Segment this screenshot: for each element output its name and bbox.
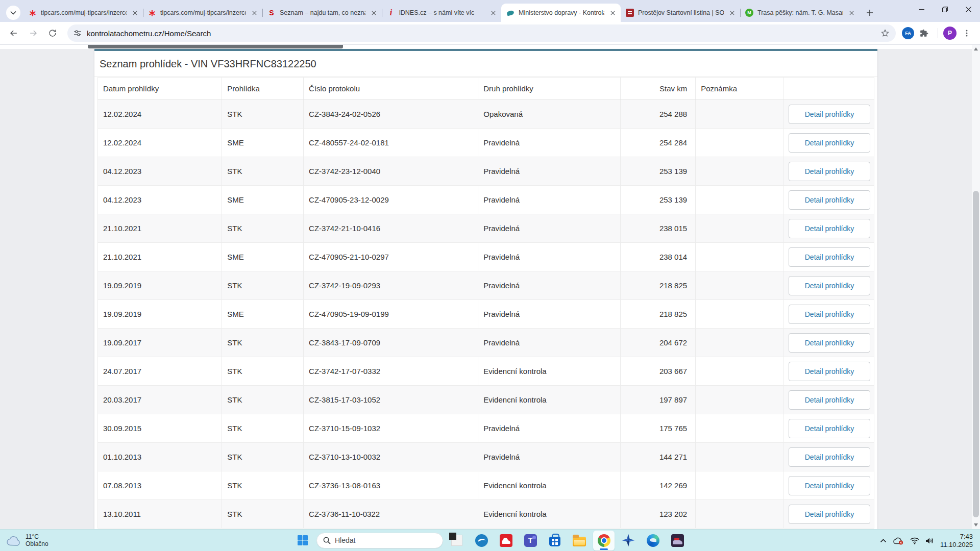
wifi-icon[interactable] [910,537,919,544]
detail-button[interactable]: Detail prohlídky [789,133,870,153]
cell-inspection-kind: Pravidelná [478,214,620,243]
cell-inspection-kind: Pravidelná [478,329,620,357]
microsoft-store-icon[interactable] [544,531,566,550]
table-row: 24.07.2017 STK CZ-3742-17-07-0332 Eviden… [98,357,874,386]
detail-button[interactable]: Detail prohlídky [789,219,870,238]
taskbar-search[interactable]: Hledat [316,533,443,548]
back-button[interactable] [5,24,22,42]
close-button[interactable] [957,0,980,18]
tab-title: tipcars.com/muj-tipcars/inzerce [160,9,246,16]
reload-button[interactable] [44,24,61,42]
table-row: 19.09.2019 STK CZ-3742-19-09-0293 Pravid… [98,271,874,300]
detail-button[interactable]: Detail prohlídky [789,476,870,495]
cell-inspection-type: SME [222,243,304,271]
tipcars-icon[interactable] [495,531,517,550]
cell-inspection-date: 07.08.2013 [98,471,222,500]
cell-inspection-kind: Evidencní kontrola [478,357,620,386]
tab-close-icon[interactable] [370,9,378,17]
detail-button[interactable]: Detail prohlídky [789,362,870,381]
browser-tab[interactable]: Ministerstvo dopravy - Kontrola [501,4,621,22]
weather-widget[interactable]: 11°C Oblačno [0,533,214,547]
pinwheel-icon[interactable] [618,531,639,550]
browser-tab[interactable]: iDNES.cz – s námi víte víc [382,4,501,22]
screenshot-tool-icon[interactable] [446,531,468,550]
cell-protocol-number: CZ-3742-17-07-0332 [304,357,478,386]
table-row: 21.10.2021 STK CZ-3742-21-10-0416 Pravid… [98,214,874,243]
profile-avatar[interactable]: P [943,27,957,40]
volume-icon[interactable] [925,537,934,544]
detail-button[interactable]: Detail prohlídky [789,419,870,438]
tab-favicon-icon [148,9,156,17]
detail-button[interactable]: Detail prohlídky [789,305,870,324]
browser-tab[interactable]: Trasa pěšky: nám. T. G. Masaryk [740,4,860,22]
extensions-button[interactable] [916,25,933,41]
chevron-down-icon [10,11,16,15]
new-tab-button[interactable] [863,6,877,20]
tab-close-icon[interactable] [728,9,736,17]
browser-tab[interactable]: Prostějov Startovní listina | SOK [621,4,740,22]
cell-inspection-date: 21.10.2021 [98,243,222,271]
taskbar-clock[interactable]: 7:43 11.10.2025 [940,533,973,549]
cell-protocol-number: CZ-3843-17-09-0709 [304,329,478,357]
windows-logo-icon [297,535,308,546]
teams-icon[interactable] [520,531,541,550]
detail-button[interactable]: Detail prohlídky [789,447,870,467]
cell-odometer-km: 197 897 [620,386,696,414]
scroll-up-arrow[interactable] [972,45,980,53]
cell-protocol-number: CZ-3736-13-08-0163 [304,471,478,500]
detail-button[interactable]: Detail prohlídky [789,105,870,124]
detail-button[interactable]: Detail prohlídky [789,276,870,295]
forward-button[interactable] [24,24,42,42]
cell-note [696,157,783,186]
chrome-icon[interactable] [593,531,615,550]
bookmark-star-icon[interactable] [880,29,890,38]
extension-badge[interactable]: FA [902,27,914,39]
vertical-scrollbar[interactable] [972,45,980,529]
detail-button[interactable]: Detail prohlídky [789,333,870,353]
scrollbar-thumb[interactable] [973,191,979,517]
cell-odometer-km: 238 014 [620,243,696,271]
tab-search-button[interactable] [6,6,20,20]
search-icon [323,537,331,544]
tab-close-icon[interactable] [847,9,855,17]
tab-title: Trasa pěšky: nám. T. G. Masaryk [757,9,843,16]
file-explorer-icon[interactable] [569,531,590,550]
edge-icon[interactable] [642,531,664,550]
start-button[interactable] [292,531,313,550]
car-app-icon[interactable] [667,531,688,550]
detail-button[interactable]: Detail prohlídky [789,390,870,410]
onedrive-icon[interactable] [893,537,904,545]
cell-inspection-kind: Pravidelná [478,300,620,329]
tab-title: Ministerstvo dopravy - Kontrola [519,9,604,16]
browser-tab[interactable]: Seznam – najdu tam, co neznám [262,4,382,22]
url-text[interactable]: kontrolatachometru.cz/Home/Search [87,29,875,38]
scroll-down-arrow[interactable] [972,521,980,529]
cell-inspection-date: 12.02.2024 [98,100,222,129]
address-bar[interactable]: kontrolatachometru.cz/Home/Search [67,24,896,42]
tray-overflow-chevron-icon[interactable] [880,539,887,543]
cell-inspection-kind: Pravidelná [478,443,620,471]
detail-button[interactable]: Detail prohlídky [789,247,870,267]
detail-button[interactable]: Detail prohlídky [789,162,870,181]
cell-protocol-number: CZ-3742-19-09-0293 [304,271,478,300]
openoffice-icon[interactable] [471,531,492,550]
tab-close-icon[interactable] [250,9,258,17]
cell-protocol-number: CZ-3710-15-09-1032 [304,414,478,443]
tab-close-icon[interactable] [608,9,617,17]
minimize-button[interactable] [910,0,933,18]
cell-protocol-number: CZ-3736-11-10-0322 [304,500,478,529]
browser-toolbar: kontrolatachometru.cz/Home/Search FA P [0,22,980,45]
cell-inspection-type: STK [222,414,304,443]
menu-button[interactable] [959,25,975,41]
cell-inspection-kind: Opakovaná [478,100,620,129]
tab-close-icon[interactable] [131,9,139,17]
detail-button[interactable]: Detail prohlídky [789,190,870,210]
table-row: 19.09.2017 STK CZ-3843-17-09-0709 Pravid… [98,329,874,357]
maximize-button[interactable] [933,0,957,18]
tab-close-icon[interactable] [489,9,497,17]
browser-tab[interactable]: tipcars.com/muj-tipcars/inzerce [143,4,262,22]
browser-tab[interactable]: tipcars.com/muj-tipcars/inzerce [23,4,143,22]
site-info-icon[interactable] [74,29,82,37]
detail-button[interactable]: Detail prohlídky [789,505,870,524]
card-body: Datum prohlídkyProhlídkaČíslo protokoluD… [94,77,877,529]
